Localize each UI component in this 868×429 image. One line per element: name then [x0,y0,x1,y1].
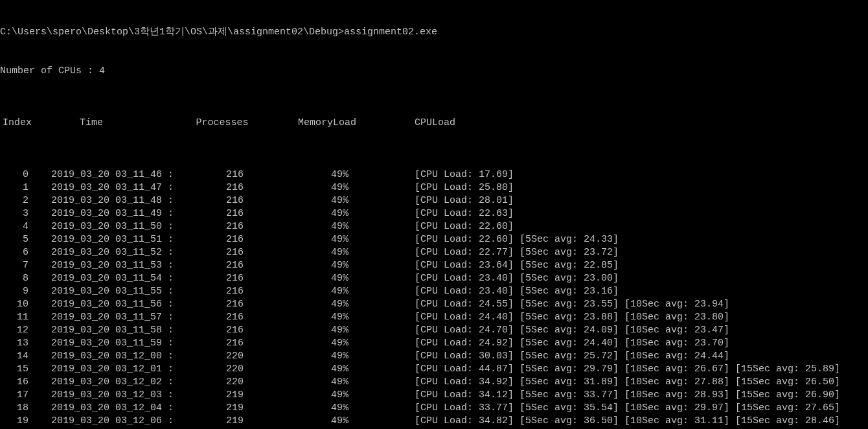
cell-processes: 216 [176,285,272,298]
table-row: 142019_03_20 03_12_00 :22049%[CPU Load: … [0,350,868,363]
cell-memoryload: 49% [272,324,382,337]
cell-time: 2019_03_20 03_12_01 : [32,363,176,376]
cell-memoryload: 49% [272,220,382,233]
table-row: 112019_03_20 03_11_57 :21649%[CPU Load: … [0,311,868,324]
cell-index: 0 [0,168,32,181]
cell-cpuload: [CPU Load: 24.55] [5Sec avg: 23.55] [10S… [382,298,868,311]
cell-memoryload: 49% [272,233,382,246]
cell-time: 2019_03_20 03_11_55 : [32,285,176,298]
header-time: Time [32,117,176,130]
cell-processes: 216 [176,298,272,311]
cell-index: 16 [0,376,32,389]
cell-index: 4 [0,220,32,233]
cell-time: 2019_03_20 03_12_03 : [32,389,176,402]
cell-index: 2 [0,194,32,207]
terminal-window[interactable]: C:\Users\spero\Desktop\3학년1학기\OS\과제\assi… [0,0,868,429]
table-row: 122019_03_20 03_11_58 :21649%[CPU Load: … [0,324,868,337]
cell-time: 2019_03_20 03_11_48 : [32,194,176,207]
table-row: 72019_03_20 03_11_53 :21649%[CPU Load: 2… [0,259,868,272]
cell-memoryload: 49% [272,168,382,181]
cell-memoryload: 49% [272,402,382,415]
cell-index: 11 [0,311,32,324]
cell-time: 2019_03_20 03_11_52 : [32,246,176,259]
cell-memoryload: 49% [272,311,382,324]
cell-processes: 216 [176,337,272,350]
table-row: 22019_03_20 03_11_48 :21649%[CPU Load: 2… [0,194,868,207]
table-row: 82019_03_20 03_11_54 :21649%[CPU Load: 2… [0,272,868,285]
cell-time: 2019_03_20 03_12_02 : [32,376,176,389]
cell-processes: 216 [176,311,272,324]
cell-processes: 219 [176,389,272,402]
cell-index: 10 [0,298,32,311]
cell-index: 18 [0,402,32,415]
cell-cpuload: [CPU Load: 34.92] [5Sec avg: 31.89] [10S… [382,376,868,389]
cell-memoryload: 49% [272,207,382,220]
cell-cpuload: [CPU Load: 33.77] [5Sec avg: 35.54] [10S… [382,402,868,415]
cell-time: 2019_03_20 03_11_46 : [32,168,176,181]
cell-index: 15 [0,363,32,376]
cell-processes: 220 [176,363,272,376]
cell-processes: 216 [176,246,272,259]
cell-time: 2019_03_20 03_11_49 : [32,207,176,220]
table-row: 192019_03_20 03_12_06 :21949%[CPU Load: … [0,415,868,428]
cell-time: 2019_03_20 03_11_53 : [32,259,176,272]
cell-memoryload: 49% [272,298,382,311]
cell-cpuload: [CPU Load: 34.12] [5Sec avg: 33.77] [10S… [382,389,868,402]
cell-time: 2019_03_20 03_11_54 : [32,272,176,285]
cell-index: 17 [0,389,32,402]
cell-memoryload: 49% [272,285,382,298]
cell-processes: 216 [176,207,272,220]
table-row: 162019_03_20 03_12_02 :22049%[CPU Load: … [0,376,868,389]
cell-time: 2019_03_20 03_12_00 : [32,350,176,363]
table-row: 152019_03_20 03_12_01 :22049%[CPU Load: … [0,363,868,376]
table-row: 172019_03_20 03_12_03 :21949%[CPU Load: … [0,389,868,402]
cell-processes: 216 [176,233,272,246]
cell-cpuload: [CPU Load: 28.01] [382,194,868,207]
table-row: 02019_03_20 03_11_46 :21649%[CPU Load: 1… [0,168,868,181]
cell-memoryload: 49% [272,272,382,285]
cell-processes: 219 [176,402,272,415]
cell-time: 2019_03_20 03_11_47 : [32,181,176,194]
cell-cpuload: [CPU Load: 23.40] [5Sec avg: 23.16] [382,285,868,298]
cell-memoryload: 49% [272,181,382,194]
cell-cpuload: [CPU Load: 30.03] [5Sec avg: 25.72] [10S… [382,350,868,363]
cell-processes: 219 [176,415,272,428]
table-row: 32019_03_20 03_11_49 :21649%[CPU Load: 2… [0,207,868,220]
cell-processes: 216 [176,220,272,233]
table-row: 62019_03_20 03_11_52 :21649%[CPU Load: 2… [0,246,868,259]
cell-index: 14 [0,350,32,363]
table-row: 102019_03_20 03_11_56 :21649%[CPU Load: … [0,298,868,311]
cell-processes: 220 [176,350,272,363]
cell-memoryload: 49% [272,415,382,428]
cell-processes: 216 [176,272,272,285]
cpu-count-line: Number of CPUs : 4 [0,65,868,78]
cell-cpuload: [CPU Load: 22.60] [382,220,868,233]
cell-index: 7 [0,259,32,272]
cell-cpuload: [CPU Load: 25.80] [382,181,868,194]
cell-cpuload: [CPU Load: 22.63] [382,207,868,220]
table-row: 12019_03_20 03_11_47 :21649%[CPU Load: 2… [0,181,868,194]
cell-cpuload: [CPU Load: 23.64] [5Sec avg: 22.85] [382,259,868,272]
table-row: 92019_03_20 03_11_55 :21649%[CPU Load: 2… [0,285,868,298]
cell-cpuload: [CPU Load: 24.40] [5Sec avg: 23.88] [10S… [382,311,868,324]
cell-index: 5 [0,233,32,246]
cell-cpuload: [CPU Load: 44.87] [5Sec avg: 29.79] [10S… [382,363,868,376]
cell-cpuload: [CPU Load: 22.60] [5Sec avg: 24.33] [382,233,868,246]
cell-index: 1 [0,181,32,194]
cell-index: 6 [0,246,32,259]
table-header: Index Time Processes MemoryLoad CPULoad [0,117,868,130]
header-processes: Processes [176,117,272,130]
cell-index: 19 [0,415,32,428]
table-row: 42019_03_20 03_11_50 :21649%[CPU Load: 2… [0,220,868,233]
cell-time: 2019_03_20 03_11_50 : [32,220,176,233]
cell-time: 2019_03_20 03_11_51 : [32,233,176,246]
cell-index: 12 [0,324,32,337]
cell-time: 2019_03_20 03_11_59 : [32,337,176,350]
cell-memoryload: 49% [272,259,382,272]
header-cpuload: CPULoad [382,117,868,130]
cell-cpuload: [CPU Load: 24.70] [5Sec avg: 24.09] [10S… [382,324,868,337]
cell-processes: 220 [176,376,272,389]
cell-cpuload: [CPU Load: 34.82] [5Sec avg: 36.50] [10S… [382,415,868,428]
header-memoryload: MemoryLoad [272,117,382,130]
cell-index: 9 [0,285,32,298]
